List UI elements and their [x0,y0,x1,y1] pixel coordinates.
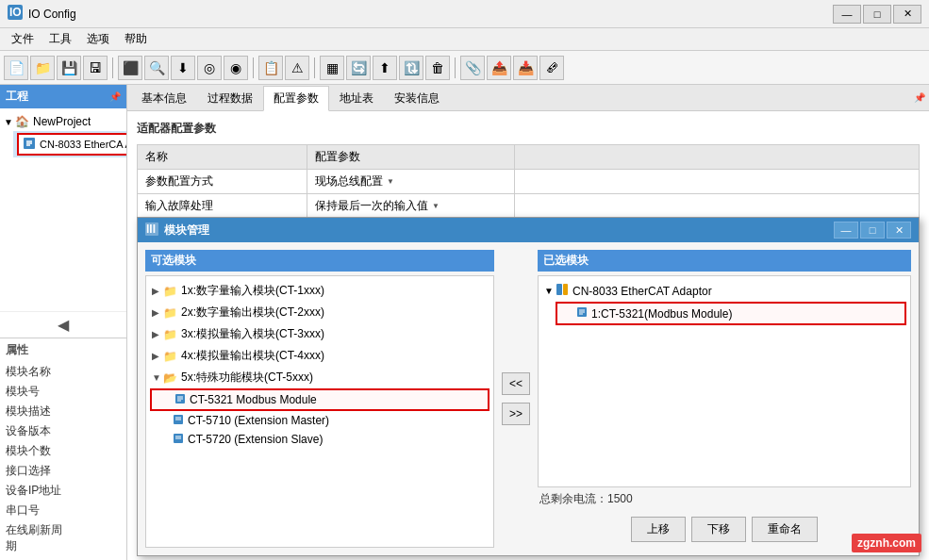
move-up-button[interactable]: 上移 [631,517,686,542]
add-module-button[interactable]: << [502,372,530,395]
tab-process-data[interactable]: 过程数据 [197,86,263,110]
selected-item-icon [576,306,588,321]
total-current: 总剩余电流：1500 [538,487,911,511]
prop-device-ver: 设备版本 [6,421,121,441]
prop-module-name: 模块名称 [6,362,121,382]
minimize-button[interactable]: — [833,5,861,24]
left-panel-header: 工程 📌 [0,85,126,108]
prop-module-no: 模块号 [6,382,121,402]
config-row-0-value[interactable]: 现场总线配置 ▼ [307,170,515,194]
window-controls: — □ ✕ [833,5,921,24]
tb-search[interactable]: 🔍 [144,56,169,80]
tb-import[interactable]: 📥 [513,56,538,80]
group-3x[interactable]: ▶ 📁 3x:模拟量输入模块(CT-3xxx) [150,323,489,345]
tb-circle1[interactable]: ◎ [197,56,222,80]
config-row-1-value[interactable]: 保持最后一次的输入值 ▼ [307,194,515,219]
selected-node-box: CN-8033 EtherCA Adaptor(COM61) [17,133,126,156]
tree-child-node[interactable]: CN-8033 EtherCA Adaptor(COM61) [13,131,126,157]
modal-window-controls: — □ ✕ [834,222,911,239]
selected-root-label: CN-8033 EtherCAT Adaptor [572,285,712,298]
home-icon: 🏠 [15,115,29,128]
tb-save[interactable]: 💾 [57,56,81,80]
maximize-button[interactable]: □ [863,5,891,24]
tree-root-label: NewProject [33,115,91,128]
tb-grid2[interactable]: ▦ [320,56,344,80]
module-item-icon-ct5720 [173,433,184,446]
close-button[interactable]: ✕ [893,5,921,24]
properties-header: 属性 [6,342,121,358]
tree-root[interactable]: ▼ 🏠 NewProject [0,112,126,131]
tb-new[interactable]: 📄 [4,56,28,80]
config-table: 名称 配置参数 参数配置方式 现场总线配置 ▼ [137,144,920,219]
group-5x-label: 5x:特殊功能模块(CT-5xxx) [181,370,313,386]
selected-root-group: ▼ CN-8033 EtherCAT Adaptor [542,280,906,302]
tab-basic-info[interactable]: 基本信息 [131,86,197,110]
svg-rect-19 [563,284,568,295]
tb-attach[interactable]: 📎 [460,56,485,80]
tb-saveas[interactable]: 🖫 [83,56,108,80]
prop-module-count: 模块个数 [6,441,121,461]
tb-refresh[interactable]: 🔄 [346,56,371,80]
group-4x[interactable]: ▶ 📁 4x:模拟量输出模块(CT-4xxx) [150,345,489,367]
config-row-1-name: 输入故障处理 [138,194,307,219]
rename-button[interactable]: 重命名 [752,517,818,542]
tb-open[interactable]: 📁 [30,56,55,80]
group-1x[interactable]: ▶ 📁 1x:数字量输入模块(CT-1xxx) [150,280,489,302]
col-name: 名称 [138,145,307,170]
prop-label-module-count: 模块个数 [6,443,67,459]
prop-label-module-desc: 模块描述 [6,404,67,420]
svg-rect-18 [556,284,562,295]
group-2x[interactable]: ▶ 📁 2x:数字量输出模块(CT-2xxx) [150,302,489,323]
panel-pin-icon[interactable]: 📌 [109,91,121,102]
folder-icon-1x: 📁 [163,285,177,298]
group-5x[interactable]: ▼ 📂 5x:特殊功能模块(CT-5xxx) [150,367,489,388]
tab-address-table[interactable]: 地址表 [329,86,384,110]
available-modules-header: 可选模块 [145,250,494,272]
menu-help[interactable]: 帮助 [117,29,155,49]
prop-refresh-cycle: 在线刷新周期 [6,520,121,556]
nav-arrow-icon[interactable]: ◀ [58,316,69,334]
config-title: 适配器配置参数 [137,121,920,137]
toggle-2x: ▶ [152,307,163,318]
move-down-button[interactable]: 下移 [691,517,746,542]
tb-grid[interactable]: ⬛ [118,56,142,80]
tab-config-params[interactable]: 配置参数 [263,86,329,111]
prop-interface: 接口选择 [6,461,121,481]
tb-delete[interactable]: 🗑 [425,56,450,80]
tb-export[interactable]: 📤 [487,56,511,80]
tb-sync[interactable]: 🔃 [399,56,423,80]
module-item-ct5321[interactable]: CT-5321 Modbus Module [150,388,489,411]
modal-maximize[interactable]: □ [860,222,885,239]
menu-bar: 文件 工具 选项 帮助 [0,28,929,51]
menu-options[interactable]: 选项 [79,29,117,49]
tb-up[interactable]: ⬆ [373,56,397,80]
remove-module-button[interactable]: >> [502,403,530,425]
modal-arrows: << >> [502,250,530,548]
modal-close[interactable]: ✕ [887,222,911,239]
modal-icon: III [145,222,158,239]
module-management-modal[interactable]: III 模块管理 — □ ✕ 可选模块 ▶ 📁 1x:数字量输入模块(CT-1x… [137,217,920,556]
prop-device-ip: 设备IP地址 [6,481,121,501]
selected-list[interactable]: ▼ CN-8033 EtherCAT Adaptor [538,275,911,487]
menu-tools[interactable]: 工具 [41,29,79,49]
module-item-ct5710[interactable]: CT-5710 (Extension Master) [150,411,489,430]
tb-clipboard[interactable]: 📋 [258,56,283,80]
prop-label-serial-port: 串口号 [6,502,67,519]
svg-text:III: III [146,222,156,236]
left-panel: 工程 📌 ▼ 🏠 NewProject [0,85,127,560]
folder-icon-2x: 📁 [163,306,177,320]
tb-layers[interactable]: 🗞 [539,56,564,80]
menu-file[interactable]: 文件 [4,29,41,49]
modal-minimize[interactable]: — [834,222,858,239]
tb-warning[interactable]: ⚠ [285,56,309,80]
tabs-pin-icon[interactable]: 📌 [914,92,925,103]
app-icon: IO [8,5,23,23]
module-list[interactable]: ▶ 📁 1x:数字量输入模块(CT-1xxx) ▶ 📁 2x:数字量输出模块(C… [145,275,494,548]
tb-circle2[interactable]: ◉ [224,56,248,80]
nav-arrow-area: ◀ [0,311,126,338]
selected-item-ct5321[interactable]: 1:CT-5321(Modbus Module) [556,302,906,325]
tab-install-info[interactable]: 安装信息 [384,86,450,110]
tb-download[interactable]: ⬇ [171,56,195,80]
module-item-ct5720[interactable]: CT-5720 (Extension Slave) [150,430,489,449]
group-3x-label: 3x:模拟量输入模块(CT-3xxx) [181,326,324,342]
